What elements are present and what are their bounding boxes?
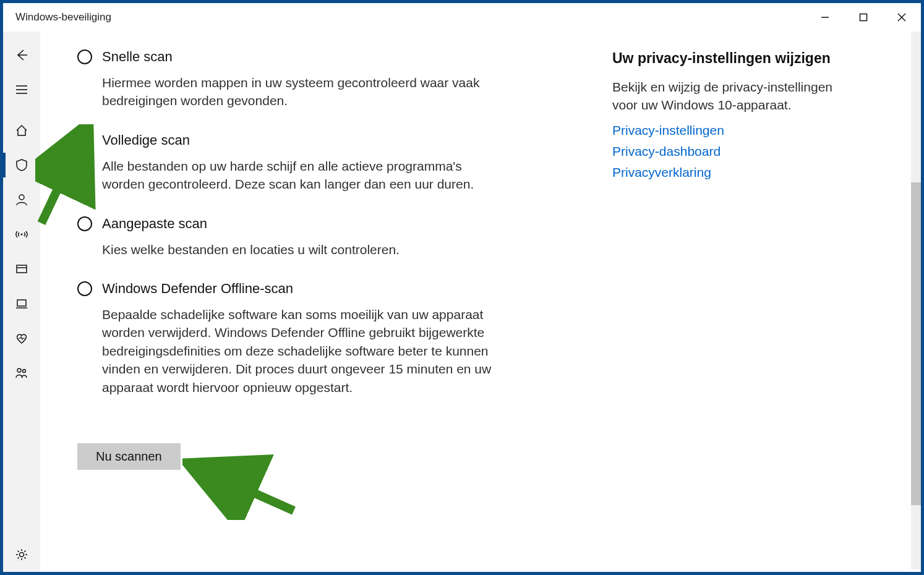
sidebar-item-settings[interactable]	[3, 537, 40, 572]
svg-point-15	[20, 553, 24, 557]
option-offline-scan: Windows Defender Offline-scan Bepaalde s…	[77, 281, 523, 396]
window-icon	[15, 262, 28, 276]
option-quick-scan: Snelle scan Hiermee worden mappen in uw …	[77, 49, 523, 110]
titlebar: Windows-beveiliging	[3, 3, 921, 32]
close-button[interactable]	[883, 3, 921, 32]
radio-offline-scan[interactable]	[77, 281, 92, 296]
option-custom-scan: Aangepaste scan Kies welke bestanden en …	[77, 216, 523, 258]
svg-rect-11	[17, 300, 26, 306]
svg-point-7	[19, 195, 24, 200]
sidebar-item-home[interactable]	[3, 113, 40, 148]
scroll-thumb[interactable]	[911, 182, 921, 505]
sidebar-item-app-control[interactable]	[3, 252, 40, 286]
sidebar-item-virus[interactable]	[3, 148, 40, 182]
scan-now-button[interactable]: Nu scannen	[77, 443, 181, 470]
option-label: Aangepaste scan	[102, 216, 207, 232]
svg-rect-9	[17, 265, 27, 273]
svg-point-13	[17, 368, 21, 372]
option-label: Volledige scan	[102, 132, 190, 148]
person-icon	[15, 193, 28, 207]
option-desc: Kies welke bestanden en locaties u wilt …	[102, 241, 498, 258]
heart-icon	[15, 331, 28, 345]
option-label: Snelle scan	[102, 49, 173, 65]
sidebar-item-health[interactable]	[3, 321, 40, 356]
option-desc: Bepaalde schadelijke software kan soms m…	[102, 305, 498, 396]
gear-icon	[15, 548, 28, 561]
minimize-button[interactable]	[806, 3, 844, 32]
radio-custom-scan[interactable]	[77, 216, 92, 231]
menu-button[interactable]	[3, 72, 40, 107]
link-privacy-settings[interactable]: Privacy-instellingen	[612, 123, 835, 138]
scan-options: Snelle scan Hiermee worden mappen in uw …	[77, 49, 523, 572]
radio-full-scan[interactable]	[77, 133, 92, 148]
privacy-desc: Bekijk en wijzig de privacy-instellingen…	[612, 78, 835, 114]
option-label: Windows Defender Offline-scan	[102, 281, 293, 297]
radio-quick-scan[interactable]	[77, 49, 92, 64]
svg-point-8	[21, 234, 23, 236]
option-desc: Alle bestanden op uw harde schijf en all…	[102, 157, 498, 194]
link-privacy-dashboard[interactable]: Privacy-dashboard	[612, 144, 835, 159]
option-desc: Hiermee worden mappen in uw systeem geco…	[102, 74, 498, 110]
window-title: Windows-beveiliging	[15, 11, 111, 23]
shield-icon	[15, 158, 28, 172]
main-content: Snelle scan Hiermee worden mappen in uw …	[40, 32, 921, 572]
option-full-scan: Volledige scan Alle bestanden op uw hard…	[77, 132, 523, 194]
sidebar-item-account[interactable]	[3, 182, 40, 217]
sidebar-item-firewall[interactable]	[3, 217, 40, 252]
home-icon	[15, 124, 28, 137]
sidebar	[3, 32, 40, 572]
scrollbar[interactable]	[911, 32, 921, 569]
privacy-panel: Uw privacy-instellingen wijzigen Bekijk …	[612, 50, 835, 186]
sidebar-item-device[interactable]	[3, 286, 40, 321]
back-button[interactable]	[3, 38, 40, 72]
window-controls	[806, 3, 921, 32]
laptop-icon	[15, 297, 28, 310]
svg-point-14	[23, 370, 26, 373]
svg-line-17	[41, 137, 82, 223]
hamburger-icon	[15, 83, 28, 96]
maximize-button[interactable]	[844, 3, 883, 32]
sidebar-item-family[interactable]	[3, 356, 40, 390]
svg-rect-1	[860, 14, 867, 21]
privacy-heading: Uw privacy-instellingen wijzigen	[612, 50, 835, 67]
link-privacy-statement[interactable]: Privacyverklaring	[612, 165, 835, 180]
back-arrow-icon	[15, 48, 28, 62]
antenna-icon	[15, 228, 28, 241]
family-icon	[15, 366, 28, 380]
